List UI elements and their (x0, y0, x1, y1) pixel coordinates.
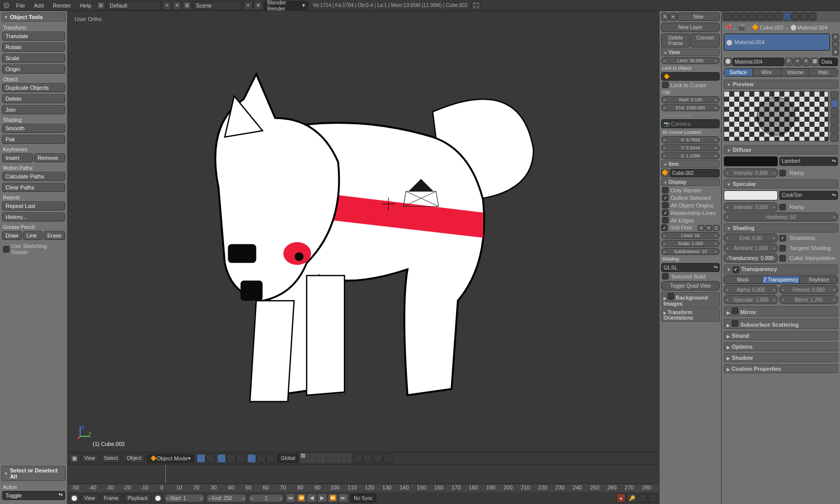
tangent-checkbox[interactable] (779, 245, 786, 251)
select-menu[interactable]: Select (101, 454, 122, 463)
textured-solid-checkbox[interactable] (662, 273, 669, 280)
pivot-cursor-icon[interactable] (236, 454, 245, 463)
strand-header[interactable]: Strand (724, 331, 838, 340)
repeat-last-button[interactable]: Repeat Last (2, 201, 65, 210)
use-preview-range-icon[interactable]: 🕐 (153, 493, 162, 502)
sync-dropdown[interactable]: No Sync (350, 493, 376, 502)
manip-translate-icon[interactable] (247, 454, 256, 463)
alpha-field[interactable]: Alpha: 0.000 (724, 285, 778, 294)
menu-file[interactable]: File (12, 1, 29, 10)
all-origins-checkbox[interactable] (662, 202, 669, 208)
object-menu[interactable]: Object (123, 454, 145, 463)
screen-browse-icon[interactable]: ⊞ (96, 1, 105, 10)
preview-hair-icon[interactable] (830, 125, 838, 133)
trans-z-tab[interactable]: Z Transparency (762, 276, 800, 284)
cubic-checkbox[interactable] (779, 255, 786, 262)
key-delete-icon[interactable] (648, 493, 657, 502)
grid-subdiv-field[interactable]: Subdivisions: 10 (661, 248, 720, 255)
translate-button[interactable]: Translate (2, 32, 65, 41)
insert-keyframe-button[interactable]: Insert (2, 153, 33, 162)
shadeless-checkbox[interactable] (779, 235, 786, 241)
scene-delete-icon[interactable]: ✕ (254, 1, 263, 10)
action-dropdown[interactable]: Toggle (2, 491, 65, 500)
toggle-quad-button[interactable]: Toggle Quad View (661, 281, 720, 291)
ambient-field[interactable]: Ambient: 1.000 (724, 243, 778, 253)
keyframe-next-icon[interactable]: ⏩ (328, 493, 338, 502)
manip-scale-icon[interactable] (266, 454, 275, 463)
tab-modifiers-icon[interactable] (766, 13, 774, 21)
lock-cursor-checkbox[interactable] (662, 82, 669, 88)
only-render-checkbox[interactable] (662, 187, 669, 193)
jump-end-icon[interactable]: ⏭ (338, 493, 348, 502)
delete-frame-button[interactable]: Delete Frame (661, 34, 690, 48)
all-edges-checkbox[interactable] (662, 217, 669, 223)
snap-type-icon[interactable] (363, 454, 372, 463)
transparency-enable-checkbox[interactable] (733, 267, 739, 273)
playhead[interactable] (165, 464, 166, 483)
local-camera-field[interactable]: 📷 Camera (661, 119, 720, 128)
tab-world-icon[interactable] (740, 13, 748, 21)
scene-dropdown[interactable]: Scene (192, 1, 243, 10)
sketching-checkbox[interactable] (3, 246, 10, 253)
snap-icon[interactable] (353, 454, 362, 463)
gp-pencil-icon[interactable]: ✎ (661, 13, 669, 21)
tab-physics-icon[interactable] (808, 13, 816, 21)
smooth-button[interactable]: Smooth (2, 124, 65, 133)
layout-add-icon[interactable]: + (162, 1, 171, 10)
preview-monkey-icon[interactable] (830, 117, 838, 125)
clip-start-field[interactable]: Start: 0.100 (661, 96, 720, 103)
grid-lines-field[interactable]: Lines: 16 (661, 232, 720, 239)
preview-flat-icon[interactable] (830, 91, 838, 99)
preview-header[interactable]: Preview (724, 80, 838, 89)
custom-props-header[interactable]: Custom Properties (724, 364, 838, 373)
object-tools-header[interactable]: Object Tools (2, 13, 66, 22)
editor-type-icon[interactable] (2, 1, 11, 10)
item-name-field[interactable]: Cube.002 (670, 169, 720, 177)
spec-alpha-field[interactable]: Specular: 1.000 (724, 295, 778, 304)
axis-x-toggle[interactable]: X (698, 225, 705, 231)
mode-dropdown[interactable]: 🔶 Object Mode ▾ (147, 454, 194, 463)
trans-mask-tab[interactable]: Mask (724, 276, 762, 284)
preview-cube-icon[interactable] (830, 108, 838, 116)
flat-button[interactable]: Flat (2, 135, 65, 144)
clear-paths-button[interactable]: Clear Paths (2, 183, 65, 192)
outline-selected-checkbox[interactable] (662, 194, 669, 201)
sss-enable-checkbox[interactable] (732, 320, 738, 327)
scale-button[interactable]: Scale (2, 54, 65, 63)
history-button[interactable]: History... (2, 212, 65, 221)
specular-shader-dropdown[interactable]: CookTorr (779, 191, 838, 200)
tl-playback-menu[interactable]: Playback (124, 493, 151, 502)
mat-nodes-icon[interactable]: ▦ (810, 58, 818, 66)
specular-color-swatch[interactable] (724, 190, 778, 200)
editor-type-3dview-icon[interactable]: ▦ (70, 454, 79, 463)
keyframe-prev-icon[interactable]: ⏪ (296, 493, 306, 502)
timeline-track[interactable] (68, 464, 659, 484)
slot-add-icon[interactable]: + (832, 34, 839, 41)
slot-menu-icon[interactable]: ▾ (832, 49, 839, 56)
join-button[interactable]: Join (2, 105, 65, 114)
bc-object[interactable]: 🔶Cube.002 (752, 24, 784, 31)
bc-pin-icon[interactable]: 📌 (725, 24, 732, 31)
tab-particles-icon[interactable] (800, 13, 808, 21)
frame-end-field[interactable]: End: 250 (206, 494, 247, 502)
shading-solid-icon[interactable] (196, 454, 205, 463)
3d-viewport[interactable]: User Ortho (68, 11, 659, 452)
mat-add-icon[interactable]: + (793, 58, 801, 66)
manip-rotate-icon[interactable] (257, 454, 266, 463)
np-view-header[interactable]: View (661, 49, 720, 56)
type-surface-tab[interactable]: Surface (724, 69, 753, 76)
sss-header[interactable]: Subsurface Scattering (724, 319, 838, 329)
bg-images-header[interactable]: Background Images (661, 292, 720, 308)
lock-object-field[interactable]: 🔶 (661, 72, 720, 81)
view-menu[interactable]: View (81, 454, 99, 463)
convert-button[interactable]: Convert (691, 34, 720, 48)
transparency-header[interactable]: Transparency (724, 265, 838, 275)
delete-button[interactable]: Delete (2, 94, 65, 103)
slot-remove-icon[interactable]: − (832, 41, 839, 48)
blend-field[interactable]: Blend: 1.250 (779, 295, 838, 304)
pivot-median-icon[interactable] (217, 454, 226, 463)
orientation-dropdown[interactable]: Global (277, 454, 299, 463)
specular-intensity-field[interactable]: Intensity: 0.500 (724, 202, 778, 211)
menu-help[interactable]: Help (76, 1, 95, 10)
tl-view-menu[interactable]: View (81, 493, 99, 502)
